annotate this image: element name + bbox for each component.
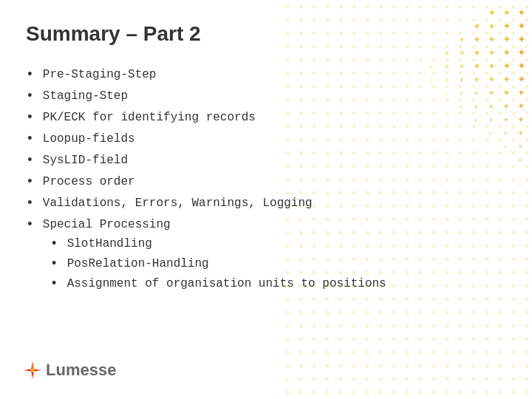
list-item-text: SysLID-field <box>43 154 128 167</box>
sub-list-item-text: Assignment of organisation units to posi… <box>67 277 386 290</box>
logo-text: Lumesse <box>46 361 116 380</box>
list-item: PK/ECK for identifying records <box>26 111 502 125</box>
list-item: Pre-Staging-Step <box>26 68 502 82</box>
list-item-text: Validations, Errors, Warnings, Logging <box>43 197 313 210</box>
list-item: Loopup-fields <box>26 132 502 146</box>
list-item-text: PK/ECK for identifying records <box>43 111 256 124</box>
sub-list-item: PosRelation-Handling <box>50 257 386 271</box>
sub-list-item: Assignment of organisation units to posi… <box>50 277 386 291</box>
list-item-text: Special Processing <box>43 218 171 231</box>
sub-list-item: SlotHandling <box>50 237 386 251</box>
logo: Lumesse <box>22 360 116 381</box>
lumesse-star-icon <box>22 360 43 381</box>
list-item-text: Pre-Staging-Step <box>43 68 157 81</box>
list-item: SysLID-field <box>26 154 502 168</box>
list-item: Process order <box>26 175 502 189</box>
page-title: Summary – Part 2 <box>26 22 502 46</box>
main-bullet-list: Pre-Staging-Step Staging-Step PK/ECK for… <box>26 68 502 297</box>
list-item-text: Process order <box>43 175 135 188</box>
list-item-text: Loopup-fields <box>43 132 135 146</box>
list-item-special-processing: Special Processing SlotHandling PosRelat… <box>26 218 502 297</box>
list-item-text: Staging-Step <box>43 89 128 103</box>
list-item: Staging-Step <box>26 89 502 103</box>
list-item: Validations, Errors, Warnings, Logging <box>26 197 502 211</box>
svg-point-57 <box>30 368 35 372</box>
sub-list-item-text: PosRelation-Handling <box>67 257 209 270</box>
sub-bullet-list: SlotHandling PosRelation-Handling Assign… <box>50 237 386 291</box>
sub-list-item-text: SlotHandling <box>67 237 152 250</box>
